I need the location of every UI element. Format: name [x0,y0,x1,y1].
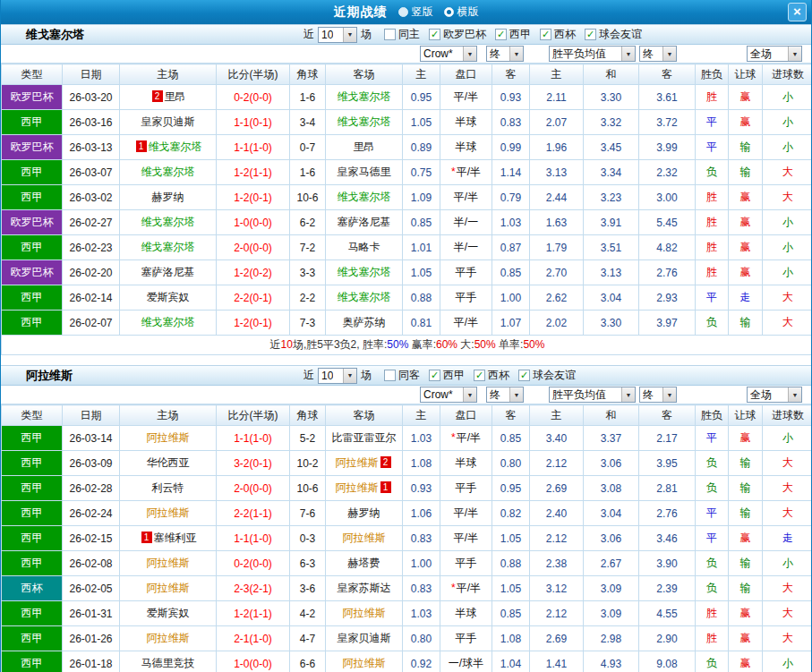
bookmaker-select[interactable]: Crow*▼ [420,387,477,403]
team-link[interactable]: 皇家苏斯达 [338,582,391,594]
avg-away: 9.08 [639,651,696,672]
away-team-cell: 里昂 [326,135,403,160]
team-link[interactable]: 维戈塞尔塔 [141,241,195,253]
goals-result-value: 大 [782,166,793,178]
team-link[interactable]: 阿拉维斯 [147,632,190,644]
avg-draw: 3.30 [584,85,639,110]
checkbox-unchecked-icon [384,29,396,40]
team-link[interactable]: 皇家马德里 [338,166,391,178]
avg-stage-select[interactable]: 终▼ [639,46,677,62]
team-link[interactable]: 赫塔费 [348,557,380,569]
team-link[interactable]: 维戈塞尔塔 [141,316,195,328]
team-link[interactable]: 阿拉维斯 [147,431,190,444]
avg-type-select[interactable]: 胜平负均值▼ [549,387,636,403]
team-link[interactable]: 阿拉维斯 [343,657,386,669]
avg-home: 2.69 [530,476,584,501]
games-label: 场 [361,368,372,383]
handicap-result: 赢 [729,626,763,651]
team-link[interactable]: 维戈塞尔塔 [338,291,391,303]
same-venue-checkbox[interactable]: 同主 [384,27,420,42]
team-link[interactable]: 爱斯宾奴 [147,291,190,303]
team-link[interactable]: 里昂 [354,140,375,153]
corner-cell: 5-2 [290,426,326,451]
team-link[interactable]: 赫罗纳 [348,506,380,519]
wdl-result-value: 负 [706,316,717,328]
handicap-result-value: 输 [740,557,751,569]
away-team-cell: 维戈塞尔塔 [326,260,403,285]
avg-type-select[interactable]: 胜平负均值▼ [549,46,636,62]
team-link[interactable]: 华伦西亚 [147,456,190,469]
league-checkbox-label: 西杯 [554,27,576,42]
team-link[interactable]: 维戈塞尔塔 [338,191,391,203]
team-link[interactable]: 塞萨洛尼基 [338,216,391,228]
column-header: 和 [584,405,639,426]
corner-cell: 7-2 [290,235,326,260]
team-link[interactable]: 马德里竞技 [141,657,195,669]
team-link[interactable]: 塞维利亚 [154,532,197,544]
team-link[interactable]: 阿拉维斯 [343,532,386,544]
team-link[interactable]: 阿拉维斯 [147,557,190,569]
corner-cell: 4-2 [290,601,326,626]
handicap-result-value: 赢 [740,241,751,253]
odds-stage-select[interactable]: 终▼ [486,387,524,403]
bookmaker-select-value: Crow* [423,388,453,401]
league-checkbox[interactable]: ✓球会友谊 [585,27,642,42]
handicap-value: 平/半 [457,431,481,444]
team-link[interactable]: 里昂 [165,90,186,103]
league-checkbox-label: 欧罗巴杯 [443,27,486,42]
team-link[interactable]: 比雷亚雷亚尔 [332,431,397,444]
away-odds: 1.05 [492,526,530,551]
red-card-badge: 1 [136,140,147,152]
league-checkbox[interactable]: ✓西杯 [474,368,509,383]
team-link[interactable]: 阿拉维斯 [336,481,379,494]
team-link[interactable]: 奥萨苏纳 [343,316,386,328]
scope-select[interactable]: 全场▼ [747,46,802,62]
team-link[interactable]: 爱斯宾奴 [147,607,190,619]
team-link[interactable]: 皇家贝迪斯 [338,632,391,644]
handicap-result-value: 输 [740,582,751,594]
wdl-result: 胜 [696,185,729,210]
results-table: 类型日期主场比分(半场)角球客场主盘口客主和客胜负让球进球数欧罗巴杯26-03-… [1,64,812,355]
league-checkbox[interactable]: ✓球会友谊 [518,368,576,383]
layout-radio-horizontal[interactable]: 横版 [444,4,479,20]
avg-away: 5.45 [639,210,696,235]
avg-home: 2.02 [530,310,584,336]
scope-select[interactable]: 全场▼ [747,387,802,403]
team-link[interactable]: 维戈塞尔塔 [338,90,391,103]
team-link[interactable]: 塞萨洛尼基 [141,266,195,278]
same-venue-checkbox[interactable]: 同客 [384,368,420,383]
avg-stage-select[interactable]: 终▼ [639,387,677,403]
red-card-badge: 2 [380,456,391,468]
bookmaker-select[interactable]: Crow*▼ [420,46,477,62]
team-link[interactable]: 维戈塞尔塔 [141,166,195,178]
team-link[interactable]: 维戈塞尔塔 [338,266,391,278]
column-header: 和 [584,64,639,85]
avg-away: 3.99 [639,135,696,160]
odds-stage-select[interactable]: 终▼ [486,46,524,62]
layout-radio-vertical[interactable]: 竖版 [398,4,433,20]
handicap-value: 平手 [456,291,477,303]
team-link[interactable]: 阿拉维斯 [147,582,190,594]
league-checkbox[interactable]: ✓西甲 [495,27,531,42]
avg-home: 3.12 [530,576,584,601]
team-link[interactable]: 阿拉维斯 [147,506,190,519]
team-link[interactable]: 利云特 [152,481,184,494]
summary-segment: 50% [523,338,544,351]
close-icon[interactable]: × [788,3,807,21]
match-count-select[interactable]: 10▼ [318,27,357,43]
team-link[interactable]: 马略卡 [348,241,380,253]
league-checkbox[interactable]: ✓西杯 [540,27,576,42]
league-checkbox[interactable]: ✓欧罗巴杯 [429,27,486,42]
team-link[interactable]: 皇家贝迪斯 [141,115,195,128]
match-count-select[interactable]: 10▼ [318,368,357,384]
team-link[interactable]: 阿拉维斯 [343,607,386,619]
team-link[interactable]: 维戈塞尔塔 [338,115,391,128]
avg-draw: 3.04 [584,285,639,310]
team-link[interactable]: 赫罗纳 [152,191,184,203]
league-checkbox[interactable]: ✓西甲 [429,368,465,383]
handicap-cell: 半/一 [440,210,492,235]
corner-cell: 3-3 [290,260,326,285]
team-link[interactable]: 维戈塞尔塔 [149,140,202,153]
team-link[interactable]: 维戈塞尔塔 [141,216,195,228]
team-link[interactable]: 阿拉维斯 [336,456,379,469]
